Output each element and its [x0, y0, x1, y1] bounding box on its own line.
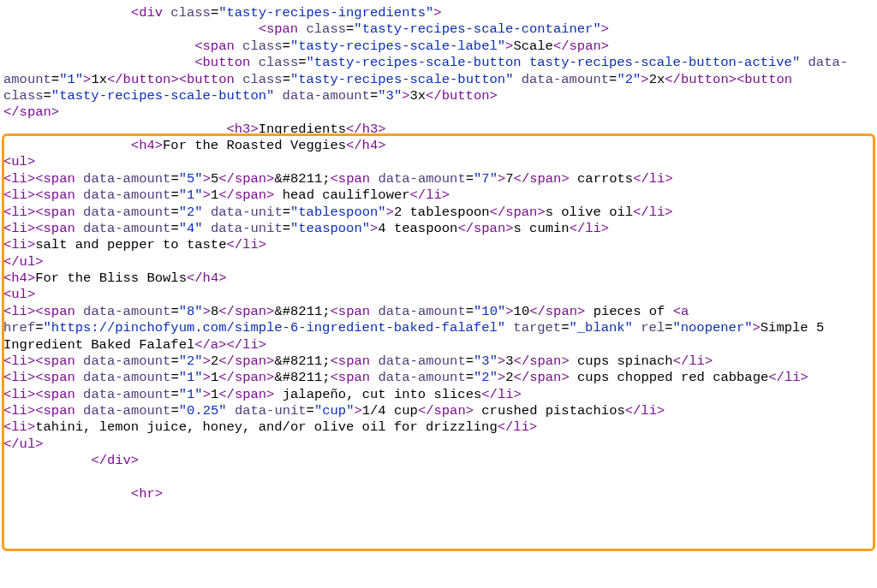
line: <ul> — [3, 154, 35, 169]
line: <li><span data-amount="2">2</span>&#8211… — [3, 353, 713, 369]
line: <hr> — [3, 486, 163, 502]
line: </ul> — [3, 254, 44, 270]
line: <ul> — [3, 287, 35, 302]
line: <li><span data-amount="8">8</span>&#8211… — [3, 304, 832, 353]
line: <li><span data-amount="5">5</span>&#8211… — [3, 171, 673, 187]
line: </span> — [3, 104, 59, 120]
line: <li><span data-amount="1">1</span> jalap… — [3, 387, 522, 402]
line: <span class="tasty-recipes-scale-label">… — [3, 39, 609, 54]
line: <h4>For the Roasted Veggies</h4> — [3, 138, 386, 153]
line: <li>tahini, lemon juice, honey, and/or o… — [3, 419, 537, 435]
line: </ul> — [3, 437, 44, 452]
line: </div> — [3, 453, 139, 468]
line: <li><span data-amount="4" data-unit="tea… — [3, 221, 609, 236]
line: <li><span data-amount="2" data-unit="tab… — [3, 205, 673, 220]
line: <button class="tasty-recipes-scale-butto… — [3, 55, 848, 104]
line: <li><span data-amount="1">1</span>&#8211… — [3, 370, 808, 385]
line: <h4>For the Bliss Bowls</h4> — [3, 270, 227, 286]
line: <li><span data-amount="1">1</span> head … — [3, 187, 450, 203]
line: <li><span data-amount="0.25" data-unit="… — [3, 403, 665, 419]
line: <li>salt and pepper to taste</li> — [3, 237, 266, 252]
line: <h3>Ingredients</h3> — [3, 122, 386, 137]
line: <span class="tasty-recipes-scale-contain… — [3, 21, 609, 37]
line: <div class="tasty-recipes-ingredients"> — [3, 5, 442, 21]
html-source-view: <div class="tasty-recipes-ingredients"> … — [0, 0, 877, 506]
